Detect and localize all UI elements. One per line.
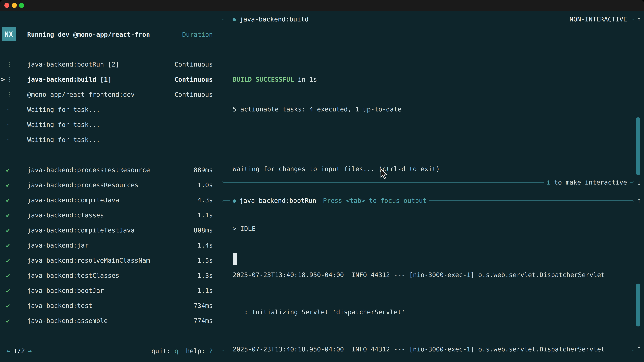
completed-task-row[interactable]: ✔ java-backend:compileTestJava 808ms [0, 223, 218, 238]
quit-hint-label: quit: [152, 347, 174, 355]
completed-task-row[interactable]: ✔ java-backend:assemble 774ms [0, 313, 218, 328]
build-scroll-down-icon[interactable]: ↓ [637, 179, 641, 187]
check-icon: ✔ [6, 302, 10, 309]
running-task-list: > ⋮ java-backend:bootRun [2] Continuous … [0, 57, 218, 147]
task-duration: 1.4s [198, 242, 213, 249]
task-label: java-backend:compileJava [27, 196, 119, 204]
completed-task-row[interactable]: ✔ java-backend:processResources 1.0s [0, 177, 218, 193]
task-label: java-backend:assemble [27, 317, 108, 325]
build-status: BUILD SUCCESSFUL [232, 76, 294, 83]
completed-task-row[interactable]: ✔ java-backend:test 734ms [0, 298, 218, 313]
tasks-summary-line: 5 actionable tasks: 4 executed, 1 up-to-… [232, 102, 630, 117]
bootrun-scrollbar-thumb[interactable] [636, 284, 640, 327]
completed-task-row[interactable]: ✔ java-backend:compileJava 4.3s [0, 193, 218, 208]
task-bullet-icon: ● [232, 197, 236, 204]
log-line: : Initializing Servlet 'dispatcherServle… [232, 305, 630, 320]
build-panel-titlebar: ● java-backend:build [230, 14, 311, 24]
page-indicator: 1/2 [14, 347, 25, 355]
check-icon: ✔ [6, 212, 10, 219]
task-label: Waiting for task... [27, 136, 100, 143]
running-task-row[interactable]: > ⋮ java-backend:build [1] Continuous [0, 72, 218, 87]
log-line: 2025-07-23T13:40:18.950-04:00 INFO 44312… [232, 267, 630, 282]
completed-task-row[interactable]: ✔ java-backend:processTestResource 889ms [0, 162, 218, 177]
help-hint-label: help: [178, 347, 209, 355]
next-page-arrow-icon[interactable]: → [28, 347, 32, 355]
task-label: java-backend:bootJar [27, 287, 104, 294]
task-label: java-backend:bootRun [2] [27, 61, 119, 68]
task-duration: 1.1s [198, 287, 213, 294]
running-task-row[interactable]: > · Waiting for task... [0, 132, 218, 147]
task-duration: 1.0s [198, 181, 213, 189]
window-titlebar [0, 0, 644, 11]
pagination: ← 1/2 → [6, 347, 32, 355]
task-status-icon: · [6, 136, 10, 143]
mouse-cursor [380, 168, 388, 180]
task-label: java-backend:resolveMainClassNam [27, 257, 150, 264]
task-bullet-icon: ● [232, 16, 236, 22]
check-icon: ✔ [6, 166, 10, 174]
completed-task-row[interactable]: ✔ java-backend:jar 1.4s [0, 238, 218, 253]
bootrun-panel-title: java-backend:bootRun [240, 197, 316, 204]
task-duration: 808ms [194, 227, 213, 234]
task-status-icon: ⋮ [6, 91, 12, 98]
check-icon: ✔ [6, 242, 10, 249]
sidebar-footer: ← 1/2 → quit: q help: ? [0, 344, 218, 359]
task-duration: 734ms [194, 302, 213, 309]
running-task-row[interactable]: > · Waiting for task... [0, 117, 218, 132]
selection-arrow-icon: > [1, 76, 5, 83]
task-duration: 1.3s [198, 272, 213, 279]
waiting-for-changes-line: Waiting for changes to input files... (c… [232, 161, 630, 176]
task-duration: 4.3s [198, 196, 213, 204]
task-label: Waiting for task... [27, 121, 100, 128]
task-label: java-backend:testClasses [27, 272, 119, 279]
task-duration: Continuous [174, 76, 213, 83]
build-scroll-up-icon[interactable]: ↑ [637, 15, 641, 23]
task-duration: Continuous [174, 61, 213, 68]
task-duration: 774ms [194, 317, 213, 325]
running-task-row[interactable]: > · Waiting for task... [0, 102, 218, 117]
completed-task-row[interactable]: ✔ java-backend:classes 1.1s [0, 208, 218, 223]
task-label: Waiting for task... [27, 106, 100, 113]
task-duration: 889ms [194, 166, 213, 174]
running-task-row[interactable]: > ⋮ java-backend:bootRun [2] Continuous [0, 57, 218, 72]
task-duration: 1.5s [198, 257, 213, 264]
completed-task-row[interactable]: ✔ java-backend:resolveMainClassNam 1.5s [0, 253, 218, 268]
bootrun-scroll-down-icon[interactable]: ↓ [637, 342, 641, 350]
task-label: java-backend:test [27, 302, 92, 309]
bootrun-panel-titlebar: ● java-backend:bootRun Press <tab> to fo… [230, 196, 429, 205]
keyboard-hints: quit: q help: ? [121, 340, 213, 362]
check-icon: ✔ [6, 257, 10, 264]
run-command-title: Running dev @mono-app/react-fron [27, 31, 150, 38]
maximize-button[interactable] [19, 3, 24, 8]
prev-page-arrow-icon[interactable]: ← [6, 347, 10, 355]
bootrun-output-panel[interactable]: ● java-backend:bootRun Press <tab> to fo… [222, 200, 634, 351]
focus-output-hint: Press <tab> to focus output [323, 197, 427, 204]
completed-task-row[interactable]: ✔ java-backend:testClasses 1.3s [0, 268, 218, 283]
completed-task-row[interactable]: ✔ java-backend:bootJar 1.1s [0, 283, 218, 298]
close-button[interactable] [4, 3, 10, 8]
task-status-icon: · [6, 121, 10, 128]
task-duration: 1.1s [198, 212, 213, 219]
task-label: java-backend:build [1] [27, 76, 112, 83]
check-icon: ✔ [6, 317, 10, 325]
task-status-icon: ⋮ [6, 61, 12, 68]
check-icon: ✔ [6, 227, 10, 234]
build-output-panel[interactable]: ● java-backend:build NON-INTERACTIVE i t… [222, 19, 634, 183]
task-label: java-backend:processTestResource [27, 166, 150, 174]
check-icon: ✔ [6, 272, 10, 279]
nx-tui-terminal-window: NX Running dev @mono-app/react-fron Dura… [0, 0, 644, 362]
spring-log-lines: 2025-07-23T13:40:18.950-04:00 INFO 44312… [232, 238, 630, 362]
check-icon: ✔ [6, 287, 10, 294]
build-status-suffix: in 1s [294, 76, 317, 83]
check-icon: ✔ [6, 196, 10, 204]
task-label: @mono-app/react-frontend:dev [27, 91, 135, 98]
log-line: 2025-07-23T13:40:18.950-04:00 INFO 44312… [232, 342, 630, 357]
minimize-button[interactable] [12, 3, 17, 8]
completed-task-list: ✔ java-backend:processTestResource 889ms… [0, 162, 218, 328]
non-interactive-mode-label: NON-INTERACTIVE [567, 14, 630, 24]
task-label: java-backend:jar [27, 242, 88, 249]
running-task-row[interactable]: > ⋮ @mono-app/react-frontend:dev Continu… [0, 87, 218, 102]
bootrun-scroll-up-icon[interactable]: ↑ [637, 196, 641, 204]
build-scrollbar-thumb[interactable] [636, 117, 640, 175]
task-label: java-backend:compileTestJava [27, 227, 135, 234]
